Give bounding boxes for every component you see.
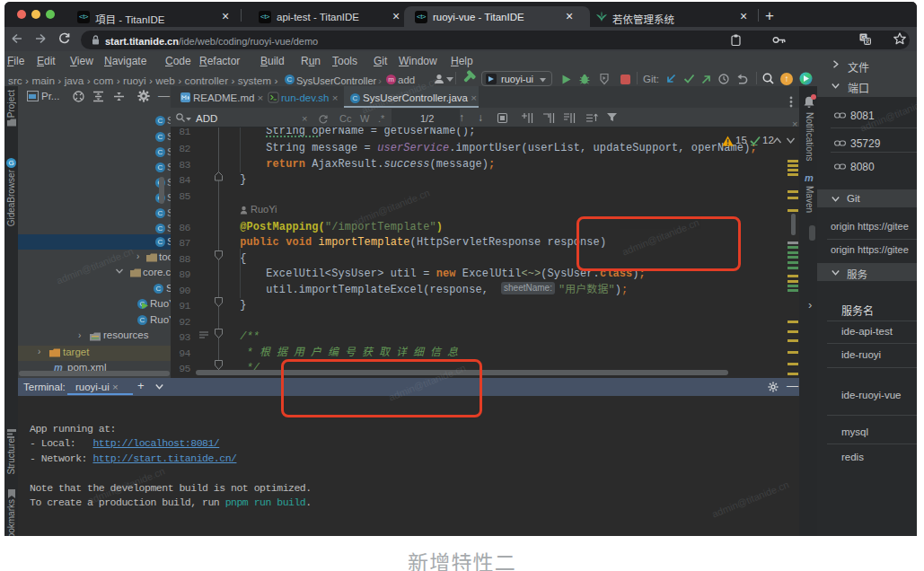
svg-text:文: 文 [865,38,870,45]
